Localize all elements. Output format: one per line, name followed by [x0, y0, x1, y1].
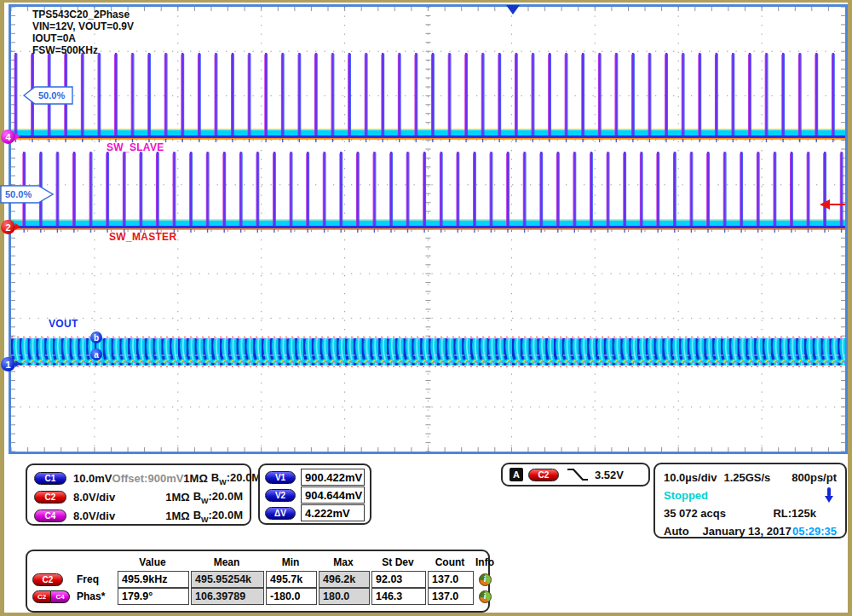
freq-mean: 495.95254k	[191, 571, 264, 588]
header-max: Max	[317, 556, 370, 568]
acquisition-count-row: 35 072 acqs RL:125k	[664, 504, 837, 521]
phase-max: 180.0	[319, 588, 370, 605]
phase-min: -180.0	[266, 588, 317, 605]
acquisition-status: Stopped	[664, 489, 708, 502]
cursor-readout-box[interactable]: V1 900.422mV V2 904.644mV ΔV 4.222mV	[258, 463, 371, 525]
channel4-scale: 8.0V/div	[73, 509, 115, 522]
channel4-settings-row[interactable]: C4 8.0V/div 1MΩ BW:20.0M	[34, 507, 243, 525]
freq-info-icon[interactable]: i	[479, 573, 492, 586]
channel2-arrow-icon	[15, 223, 20, 230]
phase-mean: 106.39789	[191, 588, 264, 605]
acquisition-status-row: Stopped	[664, 486, 837, 504]
freq-name: Freq	[73, 573, 116, 585]
cursor-v1-row[interactable]: V1 900.422mV	[265, 469, 365, 486]
callout-master-label: 50.0%	[5, 189, 32, 199]
channel1-scale: 10.0mV	[73, 472, 112, 485]
trigger-source-badge[interactable]: C2	[528, 469, 559, 481]
cursor-v1-value: 900.422mV	[301, 469, 365, 486]
trigger-level-icon[interactable]	[820, 199, 845, 210]
cursor-b-marker[interactable]: b	[90, 331, 102, 343]
horizontal-settings-box[interactable]: 10.0µs/div 1.25GS/s 800ps/pt Stopped 35 …	[653, 463, 847, 538]
measurement-row-freq[interactable]: C2 Freq 495.9kHz 495.95254k 495.7k 496.2…	[32, 571, 483, 588]
phase-info-icon[interactable]: i	[479, 590, 492, 603]
phase-count: 137.0	[428, 588, 474, 605]
cursor-a-marker[interactable]: a	[90, 348, 102, 360]
channel2-scale: 8.0V/div	[73, 491, 115, 504]
freq-stdev: 92.03	[371, 571, 426, 588]
oscilloscope-screen: TPS543C20_2Phase VIN=12V, VOUT=0.9V IOUT…	[0, 0, 852, 616]
channel1-bandwidth: BW:20.0M	[211, 471, 261, 486]
trace-label-sw-master: SW_MASTER	[109, 231, 176, 243]
acquisition-count: 35 072 acqs	[664, 507, 726, 520]
cursor-delta-value: 4.222mV	[301, 504, 365, 521]
trace-label-sw-slave: SW_SLAVE	[106, 141, 164, 153]
sample-rate: 1.25GS/s	[723, 471, 770, 484]
trigger-mode-label: Auto	[664, 525, 689, 538]
measurement-table[interactable]: Value Mean Min Max St Dev Count Info C2 …	[26, 550, 490, 613]
freq-value: 495.9kHz	[118, 571, 189, 588]
trigger-level-value: 3.52V	[595, 469, 624, 481]
channel1-impedance: 1MΩ	[183, 472, 207, 485]
vertical-settings-box[interactable]: C1 10.0mV Offset:900mV 1MΩ BW:20.0M C2 8…	[26, 463, 251, 526]
channel1-offset: Offset:900mV	[112, 472, 184, 485]
freq-source-badge[interactable]: C2	[32, 573, 63, 586]
channel4-bandwidth: BW:20.0M	[193, 509, 243, 524]
waveform-graticule[interactable]	[9, 4, 848, 454]
trace-label-vout: VOUT	[49, 318, 78, 330]
datetime-row: Auto January 13, 2017 05:29:35	[664, 522, 837, 539]
phase-name: Phas*	[73, 590, 116, 602]
trigger-readout-box[interactable]: A C2 3.52V	[501, 463, 650, 486]
channel4-impedance: 1MΩ	[165, 509, 189, 522]
trigger-position-icon[interactable]	[506, 5, 520, 14]
cursor-v2-value: 904.644mV	[301, 486, 365, 504]
header-info: Info	[474, 556, 496, 568]
time-label: 05:29:35	[792, 525, 837, 538]
header-mean: Mean	[189, 556, 264, 568]
channel4-position-marker[interactable]: 4	[1, 130, 15, 144]
waveform-display	[11, 7, 845, 452]
channel4-arrow-icon	[15, 133, 20, 140]
channel1-position-marker[interactable]: 1	[1, 357, 15, 371]
header-value: Value	[116, 556, 189, 568]
header-stdev: St Dev	[370, 556, 426, 568]
annotation-text: TPS543C20_2Phase VIN=12V, VOUT=0.9V IOUT…	[32, 9, 134, 56]
freq-count: 137.0	[428, 571, 474, 588]
channel2-position-marker[interactable]: 2	[1, 220, 15, 234]
channel2-impedance: 1MΩ	[165, 491, 189, 504]
channel1-settings-row[interactable]: C1 10.0mV Offset:900mV 1MΩ BW:20.0M	[34, 469, 243, 487]
measurement-header-row: Value Mean Min Max St Dev Count Info	[32, 554, 483, 571]
freq-max: 496.2k	[319, 571, 370, 588]
header-min: Min	[264, 556, 317, 568]
record-length: RL:125k	[773, 507, 816, 520]
header-count: Count	[426, 556, 474, 568]
channel2-bandwidth: BW:20.0M	[193, 490, 243, 505]
cursor-v2-row[interactable]: V2 904.644mV	[265, 486, 365, 504]
timebase-scale: 10.0µs/div	[664, 471, 717, 484]
callout-slave-label: 50.0%	[38, 90, 65, 101]
measurement-row-phase[interactable]: C2 C4 Phas* 179.9° 106.39789 -180.0 180.…	[32, 588, 483, 605]
cursor-v1-badge[interactable]: V1	[265, 471, 296, 484]
sample-resolution: 800ps/pt	[792, 471, 837, 484]
cursor-delta-row[interactable]: ΔV 4.222mV	[265, 504, 365, 522]
phase-source-badge-c4[interactable]: C4	[51, 590, 70, 603]
channel1-arrow-icon	[15, 360, 20, 367]
phase-stdev: 146.3	[371, 588, 426, 605]
falling-edge-icon	[566, 467, 590, 482]
trigger-mode-badge[interactable]: A	[509, 468, 523, 481]
channel4-badge[interactable]: C4	[34, 509, 66, 522]
channel2-settings-row[interactable]: C2 8.0V/div 1MΩ BW:20.0M	[34, 488, 243, 506]
phase-value: 179.9°	[118, 588, 189, 605]
callout-slave[interactable]: 50.0%	[22, 85, 75, 107]
callout-master[interactable]: 50.0%	[0, 184, 55, 205]
timebase-row: 10.0µs/div 1.25GS/s 800ps/pt	[664, 469, 837, 486]
channel1-badge[interactable]: C1	[34, 472, 66, 485]
cursor-v2-badge[interactable]: V2	[265, 489, 296, 502]
thermometer-icon	[825, 487, 833, 503]
date-label: January 13, 2017	[703, 525, 792, 538]
freq-min: 495.7k	[266, 571, 317, 588]
cursor-delta-badge[interactable]: ΔV	[265, 507, 296, 520]
channel2-badge[interactable]: C2	[34, 491, 66, 504]
phase-source-badge-c2[interactable]: C2	[32, 590, 51, 603]
